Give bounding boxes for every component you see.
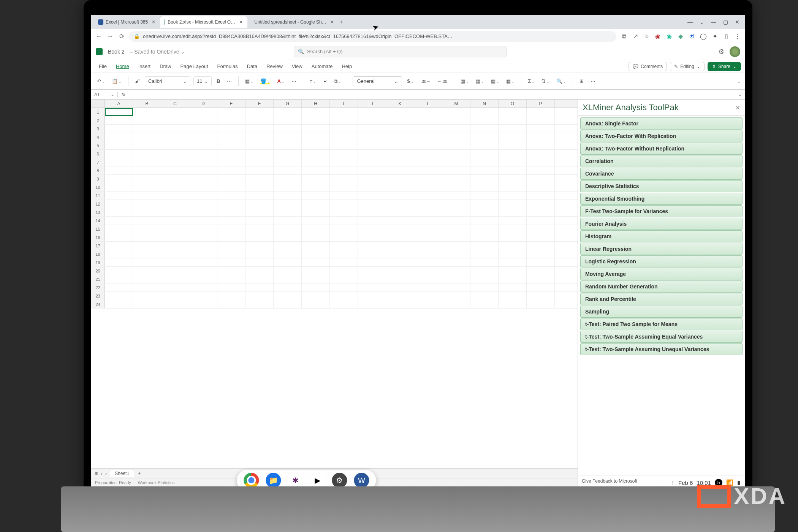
cell[interactable] — [358, 175, 386, 183]
cell[interactable] — [358, 233, 386, 241]
cell[interactable] — [499, 166, 527, 174]
cell[interactable] — [442, 141, 470, 149]
cell[interactable] — [499, 233, 527, 241]
analysis-tool-item[interactable]: Covariance — [580, 168, 743, 180]
column-header[interactable]: P — [527, 100, 555, 108]
row-header[interactable]: 8 — [91, 166, 105, 174]
chrome-menu-icon[interactable]: ⋮ — [734, 33, 741, 40]
cell[interactable] — [414, 217, 442, 225]
cell[interactable] — [499, 267, 527, 275]
cell[interactable] — [330, 225, 358, 233]
cell[interactable] — [133, 242, 161, 250]
column-header[interactable]: K — [386, 100, 414, 108]
cell[interactable] — [217, 108, 245, 116]
cell[interactable] — [414, 292, 442, 300]
cell[interactable] — [274, 166, 302, 174]
cell[interactable] — [105, 258, 133, 266]
cell[interactable] — [499, 208, 527, 216]
row-header[interactable]: 5 — [91, 141, 105, 149]
conditional-format-button[interactable]: ▦⌄ — [459, 77, 471, 85]
cell[interactable] — [161, 267, 189, 275]
url-field[interactable]: 🔒 onedrive.live.com/edit.aspx?resid=D984… — [129, 31, 616, 42]
cell[interactable] — [217, 275, 245, 283]
cell[interactable] — [189, 275, 217, 283]
cell[interactable] — [217, 175, 245, 183]
cell[interactable] — [358, 192, 386, 200]
gear-icon[interactable]: ⚙ — [718, 48, 724, 56]
cell[interactable] — [245, 166, 274, 174]
cell[interactable] — [414, 267, 442, 275]
cell[interactable] — [302, 242, 330, 250]
column-header[interactable]: M — [442, 100, 470, 108]
cell[interactable] — [358, 283, 386, 291]
cell[interactable] — [499, 133, 527, 141]
cell[interactable] — [330, 141, 358, 149]
cell[interactable] — [414, 192, 442, 200]
cell[interactable] — [245, 192, 274, 200]
cell[interactable] — [442, 233, 470, 241]
cell[interactable] — [527, 133, 555, 141]
slack-app-icon[interactable]: ✱ — [288, 473, 303, 488]
cell[interactable] — [133, 225, 161, 233]
row-header[interactable]: 2 — [91, 116, 105, 124]
share-button[interactable]: ⇪ Share ⌄ — [708, 62, 741, 71]
cell[interactable] — [527, 116, 555, 124]
cell[interactable] — [470, 267, 499, 275]
analysis-tool-item[interactable]: t-Test: Two-Sample Assuming Equal Varian… — [580, 331, 743, 343]
cell[interactable] — [499, 125, 527, 133]
cell[interactable] — [414, 233, 442, 241]
cell[interactable] — [302, 125, 330, 133]
select-all-corner[interactable] — [91, 100, 105, 108]
column-header[interactable]: G — [274, 100, 302, 108]
cell[interactable] — [217, 133, 245, 141]
cell[interactable] — [105, 267, 133, 275]
cell[interactable] — [189, 217, 217, 225]
column-header[interactable]: B — [133, 100, 161, 108]
cell[interactable] — [133, 108, 161, 116]
cell[interactable] — [527, 150, 555, 158]
close-tab-icon[interactable]: ✕ — [239, 19, 243, 25]
window-minimize[interactable]: — — [687, 19, 693, 25]
cell[interactable] — [499, 108, 527, 116]
chrome-arrow[interactable]: ⌄ — [700, 19, 704, 25]
format-table-button[interactable]: ▦⌄ — [474, 77, 486, 85]
analysis-tool-item[interactable]: Linear Regression — [580, 243, 743, 255]
row-header[interactable]: 16 — [91, 233, 105, 241]
cell[interactable] — [414, 258, 442, 266]
analysis-tool-item[interactable]: Fourier Analysis — [580, 218, 743, 230]
cell[interactable] — [105, 225, 133, 233]
cell[interactable] — [105, 116, 133, 124]
cell[interactable] — [274, 233, 302, 241]
cell[interactable] — [189, 300, 217, 308]
cell[interactable] — [302, 108, 330, 116]
cell[interactable] — [274, 125, 302, 133]
cell[interactable] — [358, 183, 386, 191]
cell[interactable] — [274, 175, 302, 183]
ext-icon-1[interactable]: ◆ — [677, 33, 684, 40]
cell[interactable] — [442, 283, 470, 291]
cell[interactable] — [302, 250, 330, 258]
cell[interactable] — [358, 125, 386, 133]
cell[interactable] — [358, 217, 386, 225]
cell[interactable] — [105, 292, 133, 300]
column-header[interactable]: I — [330, 100, 358, 108]
close-tab-icon[interactable]: ✕ — [330, 19, 334, 25]
cell[interactable] — [217, 233, 245, 241]
cell[interactable] — [217, 125, 245, 133]
cell[interactable] — [499, 275, 527, 283]
row-header[interactable]: 21 — [91, 275, 105, 283]
cell[interactable] — [133, 233, 161, 241]
cell[interactable] — [245, 125, 274, 133]
cell[interactable] — [274, 108, 302, 116]
cell[interactable] — [302, 116, 330, 124]
settings-app-icon[interactable]: ⚙ — [332, 473, 347, 488]
cell[interactable] — [470, 233, 499, 241]
cell[interactable] — [133, 116, 161, 124]
column-header[interactable]: J — [358, 100, 386, 108]
cell[interactable] — [358, 108, 386, 116]
cell[interactable] — [330, 292, 358, 300]
cell[interactable] — [527, 166, 555, 174]
cell[interactable] — [133, 300, 161, 308]
autosum-button[interactable]: Σ⌄ — [526, 77, 537, 85]
cell[interactable] — [386, 158, 414, 166]
